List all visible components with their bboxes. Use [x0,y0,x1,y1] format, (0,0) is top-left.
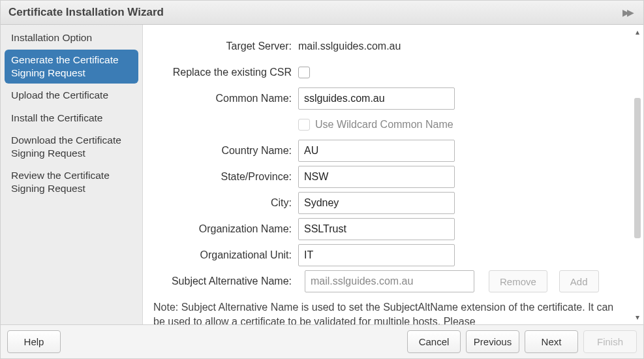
label-country: Country Name: [149,145,298,157]
step-generate-csr[interactable]: Generate the Certificate Signing Request [5,50,138,84]
checkbox-replace-csr[interactable] [298,67,310,78]
footer: Help Cancel Previous Next Finish [1,324,643,358]
scrollbar[interactable]: ▴ ▾ [632,25,643,324]
sidebar-item-label: Generate the Certificate Signing Request [11,54,119,78]
next-button[interactable]: Next [525,330,578,353]
sidebar-item-label: Download the Certificate Signing Request [11,134,121,159]
sidebar-item-label: Review the Certificate Signing Request [11,170,110,194]
form-area: Target Server: mail.sslguides.com.au Rep… [143,25,632,324]
sidebar-item-label: Installation Option [11,32,92,43]
input-common-name[interactable] [298,87,455,110]
expand-arrows-icon[interactable]: ▶▶ [622,7,636,18]
value-target-server: mail.sslguides.com.au [298,40,401,52]
input-city[interactable] [298,192,455,214]
scroll-track[interactable] [634,39,641,310]
input-org-unit[interactable] [298,244,455,266]
remove-san-button[interactable]: Remove [489,270,547,292]
label-target-server: Target Server: [149,40,298,52]
label-replace-csr: Replace the existing CSR [149,67,298,78]
step-install-certificate[interactable]: Install the Certificate [5,108,138,129]
scroll-down-icon[interactable]: ▾ [636,313,639,322]
body: Installation Option Generate the Certifi… [1,25,643,324]
label-state: State/Province: [149,171,298,183]
label-city: City: [149,197,298,209]
sidebar-item-label: Upload the Certificate [11,89,108,101]
window-title: Certificate Installation Wizard [8,6,164,19]
sidebar: Installation Option Generate the Certifi… [1,25,143,324]
label-org-unit: Organizational Unit: [149,249,298,261]
step-review-csr[interactable]: Review the Certificate Signing Request [5,165,138,199]
step-installation-option[interactable]: Installation Option [5,27,138,48]
label-common-name: Common Name: [149,93,298,104]
label-use-wildcard: Use Wildcard Common Name [315,119,453,131]
main-panel: Target Server: mail.sslguides.com.au Rep… [143,25,643,324]
checkbox-use-wildcard[interactable] [298,119,310,131]
input-san[interactable] [305,270,474,292]
input-country[interactable] [298,140,455,162]
help-button[interactable]: Help [7,330,61,353]
san-note: Note: Subject Alternative Name is used t… [153,300,615,324]
scroll-thumb[interactable] [634,98,641,238]
scroll-up-icon[interactable]: ▴ [636,27,639,37]
sidebar-item-label: Install the Certificate [11,112,102,123]
cancel-button[interactable]: Cancel [407,330,461,353]
step-download-csr[interactable]: Download the Certificate Signing Request [5,130,138,164]
label-san: Subject Alternative Name: [149,275,298,287]
titlebar: Certificate Installation Wizard ▶▶ [1,1,643,25]
input-org-name[interactable] [298,218,455,240]
finish-button: Finish [583,330,637,353]
step-upload-certificate[interactable]: Upload the Certificate [5,85,138,106]
add-san-button[interactable]: Add [559,270,599,292]
label-org-name: Organization Name: [149,223,298,235]
previous-button[interactable]: Previous [466,330,519,353]
input-state[interactable] [298,166,455,188]
